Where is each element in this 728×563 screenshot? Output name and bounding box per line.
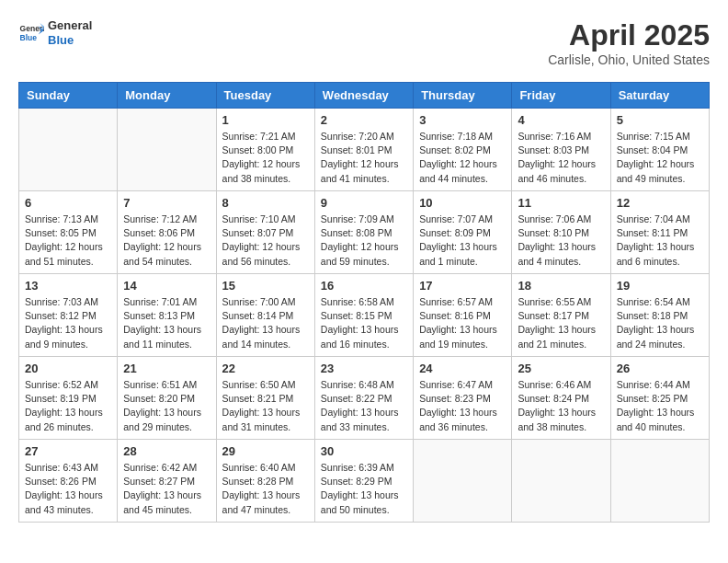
day-info: Sunrise: 7:00 AM Sunset: 8:14 PM Dayligh… — [222, 295, 309, 351]
calendar-cell: 26Sunrise: 6:44 AM Sunset: 8:25 PM Dayli… — [610, 357, 709, 440]
day-info: Sunrise: 6:50 AM Sunset: 8:21 PM Dayligh… — [222, 378, 309, 434]
day-number: 30 — [321, 444, 407, 458]
day-info: Sunrise: 7:20 AM Sunset: 8:01 PM Dayligh… — [321, 130, 407, 186]
week-row: 20Sunrise: 6:52 AM Sunset: 8:19 PM Dayli… — [19, 357, 710, 440]
day-info: Sunrise: 7:10 AM Sunset: 8:07 PM Dayligh… — [222, 213, 309, 269]
calendar-title: April 2025 — [548, 18, 710, 52]
day-number: 1 — [222, 113, 309, 127]
day-number: 3 — [419, 113, 506, 127]
day-info: Sunrise: 6:48 AM Sunset: 8:22 PM Dayligh… — [321, 378, 407, 434]
calendar-cell: 4Sunrise: 7:16 AM Sunset: 8:03 PM Daylig… — [512, 109, 610, 191]
calendar-cell: 7Sunrise: 7:12 AM Sunset: 8:06 PM Daylig… — [118, 191, 216, 274]
weekday-header: Saturday — [610, 83, 709, 109]
day-info: Sunrise: 7:12 AM Sunset: 8:06 PM Dayligh… — [123, 213, 210, 269]
calendar-cell: 22Sunrise: 6:50 AM Sunset: 8:21 PM Dayli… — [216, 357, 314, 440]
day-number: 13 — [25, 279, 111, 293]
weekday-header-row: SundayMondayTuesdayWednesdayThursdayFrid… — [19, 83, 710, 109]
day-info: Sunrise: 6:52 AM Sunset: 8:19 PM Dayligh… — [25, 378, 111, 434]
day-number: 26 — [617, 362, 703, 375]
calendar-cell: 13Sunrise: 7:03 AM Sunset: 8:12 PM Dayli… — [19, 274, 118, 357]
day-number: 22 — [222, 362, 309, 375]
weekday-header: Friday — [512, 83, 610, 109]
week-row: 1Sunrise: 7:21 AM Sunset: 8:00 PM Daylig… — [19, 109, 710, 191]
day-number: 21 — [123, 362, 210, 375]
day-number: 23 — [321, 362, 407, 375]
calendar-cell: 15Sunrise: 7:00 AM Sunset: 8:14 PM Dayli… — [216, 274, 314, 357]
day-number: 15 — [222, 279, 309, 293]
calendar-cell: 11Sunrise: 7:06 AM Sunset: 8:10 PM Dayli… — [512, 191, 610, 274]
weekday-header: Monday — [118, 83, 216, 109]
calendar-cell: 16Sunrise: 6:58 AM Sunset: 8:15 PM Dayli… — [314, 274, 413, 357]
day-info: Sunrise: 7:01 AM Sunset: 8:13 PM Dayligh… — [123, 295, 210, 351]
calendar-cell: 2Sunrise: 7:20 AM Sunset: 8:01 PM Daylig… — [314, 109, 413, 191]
calendar-cell: 20Sunrise: 6:52 AM Sunset: 8:19 PM Dayli… — [19, 357, 118, 440]
day-number: 10 — [419, 196, 506, 210]
weekday-header: Wednesday — [314, 83, 413, 109]
day-info: Sunrise: 7:09 AM Sunset: 8:08 PM Dayligh… — [321, 213, 407, 269]
day-info: Sunrise: 7:15 AM Sunset: 8:04 PM Dayligh… — [617, 130, 703, 186]
title-block: April 2025 Carlisle, Ohio, United States — [548, 18, 710, 67]
calendar-cell: 25Sunrise: 6:46 AM Sunset: 8:24 PM Dayli… — [512, 357, 610, 440]
day-number: 24 — [419, 362, 506, 375]
weekday-header: Thursday — [414, 83, 512, 109]
day-number: 5 — [617, 113, 703, 127]
day-info: Sunrise: 6:42 AM Sunset: 8:27 PM Dayligh… — [123, 461, 210, 517]
logo-text-general: General — [48, 18, 92, 32]
day-info: Sunrise: 6:39 AM Sunset: 8:29 PM Dayligh… — [321, 461, 407, 517]
day-info: Sunrise: 6:46 AM Sunset: 8:24 PM Dayligh… — [518, 378, 604, 434]
day-number: 4 — [518, 113, 604, 127]
weekday-header: Tuesday — [216, 83, 314, 109]
day-info: Sunrise: 6:47 AM Sunset: 8:23 PM Dayligh… — [419, 378, 506, 434]
day-number: 16 — [321, 279, 407, 293]
day-number: 28 — [123, 444, 210, 458]
week-row: 6Sunrise: 7:13 AM Sunset: 8:05 PM Daylig… — [19, 191, 710, 274]
calendar-cell: 12Sunrise: 7:04 AM Sunset: 8:11 PM Dayli… — [610, 191, 709, 274]
calendar-cell: 24Sunrise: 6:47 AM Sunset: 8:23 PM Dayli… — [414, 357, 512, 440]
calendar-cell: 29Sunrise: 6:40 AM Sunset: 8:28 PM Dayli… — [216, 440, 314, 523]
day-info: Sunrise: 7:04 AM Sunset: 8:11 PM Dayligh… — [617, 213, 703, 269]
day-info: Sunrise: 7:03 AM Sunset: 8:12 PM Dayligh… — [25, 295, 111, 351]
logo-icon: General Blue — [18, 20, 44, 46]
calendar-cell: 6Sunrise: 7:13 AM Sunset: 8:05 PM Daylig… — [19, 191, 118, 274]
page-header: General Blue General Blue April 2025 Car… — [18, 18, 710, 67]
day-info: Sunrise: 7:06 AM Sunset: 8:10 PM Dayligh… — [518, 213, 604, 269]
calendar-cell: 27Sunrise: 6:43 AM Sunset: 8:26 PM Dayli… — [19, 440, 118, 523]
calendar-cell: 23Sunrise: 6:48 AM Sunset: 8:22 PM Dayli… — [314, 357, 413, 440]
calendar-cell: 18Sunrise: 6:55 AM Sunset: 8:17 PM Dayli… — [512, 274, 610, 357]
calendar-cell — [19, 109, 118, 191]
calendar-cell: 19Sunrise: 6:54 AM Sunset: 8:18 PM Dayli… — [610, 274, 709, 357]
day-number: 7 — [123, 196, 210, 210]
day-number: 29 — [222, 444, 309, 458]
week-row: 13Sunrise: 7:03 AM Sunset: 8:12 PM Dayli… — [19, 274, 710, 357]
day-info: Sunrise: 6:54 AM Sunset: 8:18 PM Dayligh… — [617, 295, 703, 351]
day-number: 9 — [321, 196, 407, 210]
calendar-cell — [512, 440, 610, 523]
day-number: 6 — [25, 196, 111, 210]
day-info: Sunrise: 6:40 AM Sunset: 8:28 PM Dayligh… — [222, 461, 309, 517]
weekday-header: Sunday — [19, 83, 118, 109]
day-number: 25 — [518, 362, 604, 375]
day-info: Sunrise: 6:44 AM Sunset: 8:25 PM Dayligh… — [617, 378, 703, 434]
calendar-cell: 8Sunrise: 7:10 AM Sunset: 8:07 PM Daylig… — [216, 191, 314, 274]
day-number: 2 — [321, 113, 407, 127]
day-number: 19 — [617, 279, 703, 293]
day-info: Sunrise: 6:57 AM Sunset: 8:16 PM Dayligh… — [419, 295, 506, 351]
day-info: Sunrise: 6:43 AM Sunset: 8:26 PM Dayligh… — [25, 461, 111, 517]
day-number: 11 — [518, 196, 604, 210]
calendar-cell — [118, 109, 216, 191]
day-info: Sunrise: 7:18 AM Sunset: 8:02 PM Dayligh… — [419, 130, 506, 186]
day-info: Sunrise: 6:58 AM Sunset: 8:15 PM Dayligh… — [321, 295, 407, 351]
day-number: 8 — [222, 196, 309, 210]
calendar-cell: 10Sunrise: 7:07 AM Sunset: 8:09 PM Dayli… — [414, 191, 512, 274]
calendar-cell: 28Sunrise: 6:42 AM Sunset: 8:27 PM Dayli… — [118, 440, 216, 523]
calendar-cell: 9Sunrise: 7:09 AM Sunset: 8:08 PM Daylig… — [314, 191, 413, 274]
day-info: Sunrise: 6:55 AM Sunset: 8:17 PM Dayligh… — [518, 295, 604, 351]
calendar-cell: 21Sunrise: 6:51 AM Sunset: 8:20 PM Dayli… — [118, 357, 216, 440]
calendar-cell: 14Sunrise: 7:01 AM Sunset: 8:13 PM Dayli… — [118, 274, 216, 357]
day-number: 27 — [25, 444, 111, 458]
day-number: 14 — [123, 279, 210, 293]
day-info: Sunrise: 7:07 AM Sunset: 8:09 PM Dayligh… — [419, 213, 506, 269]
calendar-cell: 3Sunrise: 7:18 AM Sunset: 8:02 PM Daylig… — [414, 109, 512, 191]
calendar-table: SundayMondayTuesdayWednesdayThursdayFrid… — [18, 82, 710, 523]
day-info: Sunrise: 7:13 AM Sunset: 8:05 PM Dayligh… — [25, 213, 111, 269]
